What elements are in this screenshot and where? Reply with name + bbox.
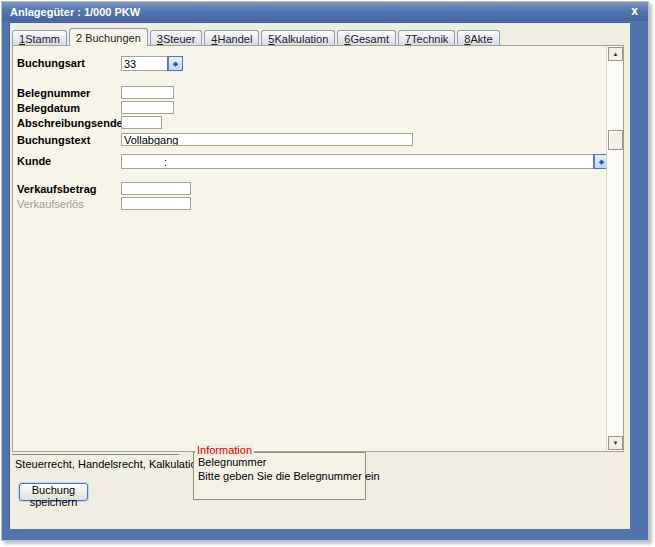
window-title: Anlagegüter : 1/000 PKW [10,6,140,18]
scroll-down-icon[interactable]: ▼ [608,436,623,450]
vertical-scrollbar[interactable]: ▲ ▼ [606,46,623,451]
buchungstext-label: Buchungstext [17,134,90,146]
titlebar: Anlagegüter : 1/000 PKW x [2,2,648,21]
information-group-title: Information [195,444,254,456]
scrollbar-thumb[interactable] [608,130,623,150]
buchungstext-input[interactable] [121,133,413,146]
tab-buchungen[interactable]: 2 Buchungen [69,28,148,46]
kunde-select[interactable]: : ◆ [121,154,609,169]
verkaufsbetrag-input[interactable] [121,182,191,195]
tab-steuer[interactable]: 3 Steuer [150,30,203,45]
buchungsart-select[interactable]: 33 ◆ [121,56,183,71]
tab-kalkulation[interactable]: 5 Kalkulation [261,30,335,45]
belegdatum-label: Belegdatum [17,102,80,114]
buchungsart-dropdown-icon[interactable]: ◆ [168,57,182,70]
tab-akte[interactable]: 8 Akte [457,30,499,45]
belegnummer-label: Belegnummer [17,87,90,99]
window: Anlagegüter : 1/000 PKW x 1 Stamm2 Buchu… [1,1,649,541]
abschreibungsende-label: Abschreibungsende [17,117,123,129]
belegdatum-input[interactable] [121,101,174,114]
tab-handel[interactable]: 4 Handel [204,30,259,45]
tab-gesamt[interactable]: 6 Gesamt [337,30,396,45]
verkaufserloes-input[interactable] [121,197,191,210]
tab-bar: 1 Stamm2 Buchungen3 Steuer4 Handel5 Kalk… [12,28,502,45]
dialog-body: 1 Stamm2 Buchungen3 Steuer4 Handel5 Kalk… [9,22,630,529]
verkaufserloes-label: Verkaufserlös [17,198,84,210]
belegnummer-input[interactable] [121,86,174,99]
save-booking-button[interactable]: Buchung speichern [19,483,88,501]
tab-stamm[interactable]: 1 Stamm [12,30,67,45]
scroll-up-icon[interactable]: ▲ [608,47,623,61]
information-groupbox: Belegnummer Bitte geben Sie die Belegnum… [193,452,366,500]
status-text: Steuerrecht, Handelsrecht, Kalkulation [12,454,179,472]
verkaufsbetrag-label: Verkaufsbetrag [17,183,96,195]
tab-panel-buchungen: Buchungsart 33 ◆ Belegnummer Belegdatum … [12,45,624,452]
kunde-label: Kunde [17,155,51,167]
tab-technik[interactable]: 7 Technik [398,30,455,45]
abschreibungsende-input[interactable] [121,116,162,129]
close-icon[interactable]: x [631,4,638,18]
buchungsart-label: Buchungsart [17,57,85,69]
information-line: Bitte geben Sie die Belegnummer ein [194,469,365,483]
